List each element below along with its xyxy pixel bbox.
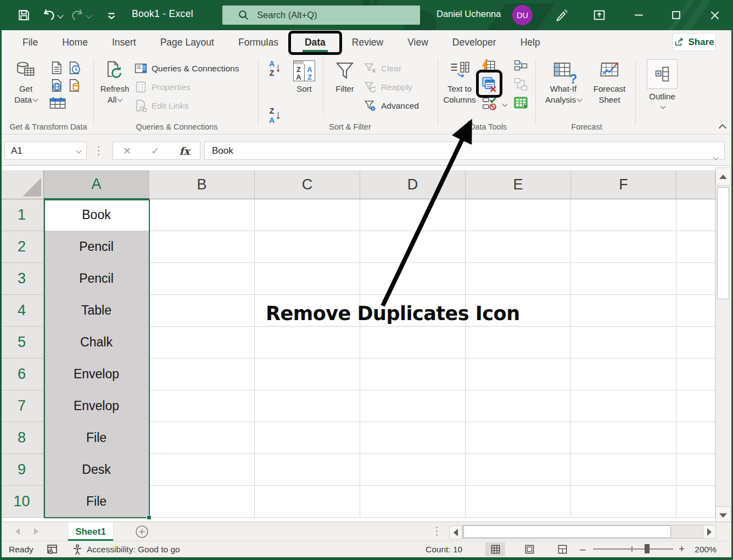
grid-cell-F10[interactable]: [571, 486, 676, 518]
row-header-3[interactable]: 3: [0, 263, 44, 295]
grid-cell-A4[interactable]: Table: [44, 295, 149, 327]
page-break-view-button[interactable]: [552, 542, 572, 556]
grid-cell-A2[interactable]: Pencil: [44, 231, 149, 263]
redo-icon[interactable]: [70, 7, 85, 21]
relationships-icon[interactable]: [513, 77, 528, 94]
tab-home[interactable]: Home: [50, 30, 100, 55]
recent-sources-icon[interactable]: [67, 60, 82, 77]
grid-cell-F2[interactable]: [571, 231, 676, 263]
grid-cell-D8[interactable]: [360, 422, 466, 454]
tab-page-layout[interactable]: Page Layout: [148, 30, 226, 55]
zoom-level[interactable]: 200%: [695, 545, 717, 555]
search-input[interactable]: [257, 10, 394, 20]
grid-cell-E7[interactable]: [466, 390, 571, 422]
zoom-slider-thumb[interactable]: [645, 544, 650, 553]
text-to-columns-button[interactable]: Text to Columns: [442, 59, 477, 105]
from-text-csv-icon[interactable]: [49, 60, 64, 77]
row-header-1[interactable]: 1: [0, 199, 44, 231]
tab-insert[interactable]: Insert: [100, 30, 148, 55]
avatar[interactable]: DU: [512, 5, 533, 25]
row-header-7[interactable]: 7: [0, 390, 44, 422]
grid-cell-F3[interactable]: [571, 263, 676, 295]
share-button[interactable]: Share: [672, 33, 716, 51]
outline-button[interactable]: Outline: [644, 59, 680, 108]
hscroll-left-button[interactable]: [449, 525, 462, 539]
grid-cell-partial-3[interactable]: [676, 263, 715, 295]
save-icon[interactable]: [16, 8, 31, 22]
select-all-button[interactable]: [0, 170, 44, 199]
reapply-filter-button[interactable]: Reapply: [363, 80, 412, 94]
grid-cell-E5[interactable]: [466, 327, 571, 359]
column-header-F[interactable]: F: [571, 170, 676, 199]
grid-cell-A9[interactable]: Desk: [44, 454, 149, 486]
zoom-slider[interactable]: [593, 548, 673, 550]
search-box[interactable]: [222, 5, 420, 25]
grid-cell-A10[interactable]: File: [44, 486, 149, 518]
grid-cell-D1[interactable]: [360, 199, 466, 231]
forecast-sheet-button[interactable]: Forecast Sheet: [589, 59, 630, 105]
column-header-E[interactable]: E: [466, 170, 571, 199]
grid-cell-partial-2[interactable]: [676, 231, 715, 263]
grid-cell-E10[interactable]: [466, 486, 571, 518]
scroll-up-button[interactable]: [715, 167, 731, 186]
column-header-partial[interactable]: [676, 170, 715, 199]
expand-formula-bar-icon[interactable]: [713, 155, 719, 160]
grid-cell-B2[interactable]: [149, 231, 255, 263]
clear-filter-button[interactable]: Clear: [363, 61, 401, 75]
row-header-5[interactable]: 5: [0, 327, 44, 359]
grid-cell-partial-8[interactable]: [676, 422, 715, 454]
grid-cell-B5[interactable]: [149, 327, 255, 359]
tab-review[interactable]: Review: [340, 30, 395, 55]
hscroll-right-button[interactable]: [703, 525, 716, 539]
grid-cell-partial-9[interactable]: [676, 454, 715, 486]
grid-cell-F5[interactable]: [571, 327, 676, 359]
flash-fill-icon[interactable]: [480, 58, 496, 76]
grid-cell-F4[interactable]: [571, 295, 676, 327]
close-button[interactable]: [702, 0, 728, 30]
tab-formulas[interactable]: Formulas: [226, 30, 290, 55]
vertical-scrollbar-thumb[interactable]: [717, 187, 729, 299]
grid-cell-C5[interactable]: [255, 327, 360, 359]
from-web-icon[interactable]: [49, 78, 64, 95]
tab-developer[interactable]: Developer: [440, 30, 508, 55]
new-sheet-button[interactable]: [135, 525, 149, 541]
column-header-D[interactable]: D: [360, 170, 466, 199]
what-if-analysis-button[interactable]: ? What-If Analysis: [542, 59, 584, 105]
macro-record-icon[interactable]: [46, 544, 58, 558]
grid-cell-A1[interactable]: Book: [44, 199, 149, 231]
user-name[interactable]: Daniel Uchenna: [437, 9, 501, 19]
grid-cell-A8[interactable]: File: [44, 422, 149, 454]
grid-cell-B7[interactable]: [149, 390, 255, 422]
page-layout-view-button[interactable]: [519, 542, 539, 556]
minimize-button[interactable]: [626, 0, 652, 30]
grid-cell-F6[interactable]: [571, 359, 676, 390]
row-header-4[interactable]: 4: [0, 295, 44, 327]
grid-cell-partial-1[interactable]: [676, 199, 715, 231]
grid-cell-E2[interactable]: [466, 231, 571, 263]
quick-access-toolbar-icon[interactable]: [104, 8, 119, 23]
name-box[interactable]: A1: [4, 142, 87, 160]
grid-cell-D5[interactable]: [360, 327, 466, 359]
grid-cell-F8[interactable]: [571, 422, 676, 454]
grid-cell-B3[interactable]: [149, 263, 255, 295]
grid-cell-A5[interactable]: Chalk: [44, 327, 149, 359]
refresh-all-button[interactable]: Refresh All: [98, 59, 132, 105]
zoom-out-icon[interactable]: –: [580, 543, 586, 555]
grid-cell-B10[interactable]: [149, 486, 255, 518]
grid-cell-E1[interactable]: [466, 199, 571, 231]
coach-pen-icon[interactable]: [555, 7, 569, 21]
grid-cell-D6[interactable]: [360, 359, 466, 390]
filter-button[interactable]: Filter: [329, 59, 360, 94]
grid-cell-partial-6[interactable]: [676, 359, 715, 390]
grid-cell-B8[interactable]: [149, 422, 255, 454]
grid-cell-E9[interactable]: [466, 454, 571, 486]
grid-cell-partial-7[interactable]: [676, 390, 715, 422]
grid-cell-F7[interactable]: [571, 390, 676, 422]
column-header-A[interactable]: A: [44, 170, 149, 199]
grid-cell-C1[interactable]: [255, 199, 360, 231]
data-validation-chevron-icon[interactable]: [502, 102, 508, 107]
grid-cell-C9[interactable]: [255, 454, 360, 486]
grid-cell-B4[interactable]: [149, 295, 255, 327]
grid-cell-D2[interactable]: [360, 231, 466, 263]
column-header-C[interactable]: C: [255, 170, 360, 199]
